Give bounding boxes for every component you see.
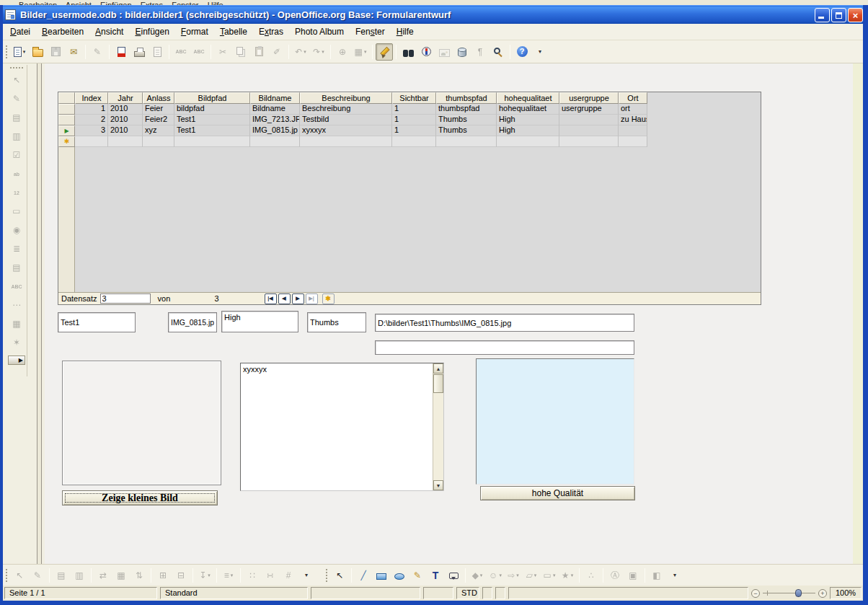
open-button[interactable] [29, 43, 46, 61]
last-record-button[interactable]: ▶| [306, 293, 318, 304]
cell-jahr[interactable]: 2010 [108, 125, 143, 136]
menu-photo-album[interactable]: Photo Album [289, 25, 350, 39]
undo-button[interactable]: ↶▾ [292, 43, 309, 61]
cell-bildname[interactable]: Bildname [250, 104, 300, 115]
cell-sichtbar[interactable]: 1 [392, 104, 436, 115]
cell-bildpfad[interactable]: bildpfad [174, 104, 250, 115]
menu-ansicht[interactable]: Ansicht [89, 25, 129, 39]
list-box-button[interactable]: ≣ [8, 240, 25, 257]
cell-bildpfad[interactable]: Test1 [174, 115, 250, 125]
anchor-dropdown-icon[interactable]: ▾ [208, 573, 211, 578]
email-document-button[interactable]: ✉ [65, 43, 82, 61]
status-zoom-value[interactable]: 100% [830, 587, 862, 599]
cell-usergruppe[interactable] [559, 136, 619, 147]
extrusion-button[interactable]: ◧ [648, 567, 665, 584]
close-button[interactable]: × [848, 8, 863, 22]
menu-einfuegen[interactable]: Einfügen [129, 25, 174, 39]
snap-to-grid-button[interactable]: ∺ [262, 567, 279, 584]
toolbar-options-button[interactable]: ▾ [666, 567, 683, 584]
extra-field[interactable] [375, 340, 634, 355]
text-button[interactable]: T [427, 567, 444, 584]
toolbar-options-button[interactable]: ▾ [298, 567, 315, 584]
help-button[interactable]: ? [513, 43, 531, 61]
fontwork-button[interactable]: Ⓐ [606, 567, 624, 584]
redo-button[interactable]: ↷▾ [310, 43, 327, 61]
zoom-in-icon[interactable]: + [818, 589, 827, 598]
data-sources-button[interactable] [453, 43, 471, 61]
menu-bearbeiten[interactable]: Bearbeiten [36, 25, 89, 39]
gallery-button[interactable] [435, 43, 453, 61]
symbol-shapes-button[interactable]: ☺▾ [487, 567, 504, 584]
toolbar-grip[interactable] [5, 45, 9, 59]
find-replace-button[interactable] [399, 43, 417, 61]
column-header-index[interactable]: Index [75, 92, 108, 104]
table-control-button[interactable]: ▦ [112, 567, 130, 584]
zoom-slider[interactable]: − + [751, 587, 827, 599]
bildpfad-field[interactable] [58, 312, 136, 332]
toolbar-overflow-button[interactable]: ▶ [8, 356, 25, 365]
line-button[interactable]: ╱ [355, 567, 372, 584]
cell-hohequalitaet[interactable]: High [497, 125, 559, 136]
cell-anlass[interactable]: xyz [143, 125, 174, 136]
flowchart-button[interactable]: ▱▾ [523, 567, 540, 584]
show-draw-functions-button[interactable] [376, 43, 393, 61]
cell-thumbspfad[interactable]: Thumbs [436, 115, 497, 125]
cell-hohequalitaet[interactable]: High [497, 115, 559, 125]
zoom-button[interactable] [490, 43, 507, 61]
cell-bildname[interactable]: IMG_7213.JF [250, 115, 300, 125]
fullpath-field[interactable] [375, 314, 634, 332]
wizards-button[interactable]: ✶ [8, 334, 25, 351]
cell-jahr[interactable]: 2010 [108, 104, 143, 115]
new-record-icon[interactable]: ✱ [58, 136, 75, 147]
form-navigator-button[interactable]: ⊞ [154, 567, 172, 584]
toolbar-grip[interactable] [9, 66, 24, 70]
toolbar-grip[interactable] [5, 568, 9, 583]
points-button[interactable]: ∴ [583, 567, 600, 584]
helplines-while-moving-button[interactable]: # [280, 567, 297, 584]
format-paintbrush-button[interactable]: ✐ [268, 43, 285, 61]
new-document-button[interactable]: ▾ [11, 43, 28, 61]
first-record-button[interactable]: |◀ [265, 293, 277, 304]
next-record-button[interactable]: ▶ [292, 293, 304, 304]
column-header-thumbspfad[interactable]: thumbspfad [436, 92, 497, 104]
cell-sichtbar[interactable] [392, 136, 436, 147]
block-arrows-button[interactable]: ⇨▾ [505, 567, 522, 584]
cell-beschreibung[interactable] [300, 136, 392, 147]
column-header-bildname[interactable]: Bildname [250, 92, 300, 104]
scroll-up-icon[interactable]: ▲ [433, 363, 443, 374]
formatted-field-button[interactable]: 12 [8, 184, 25, 201]
cell-hohequalitaet[interactable]: hohequalitaet [497, 104, 559, 115]
current-record-icon[interactable]: ▶ [58, 125, 75, 136]
alignment-dropdown-icon[interactable]: ▾ [231, 573, 234, 578]
basic-shapes-dropdown-icon[interactable]: ▾ [480, 573, 483, 578]
form-properties-button[interactable]: ▥ [8, 128, 25, 145]
export-pdf-button[interactable] [112, 43, 130, 61]
menu-tabelle[interactable]: Tabelle [214, 25, 253, 39]
cell-bildname[interactable]: IMG_0815.jp [250, 125, 300, 136]
text-box-button[interactable]: ab [8, 165, 25, 182]
check-box-button[interactable]: ☑ [8, 146, 25, 164]
zoom-out-icon[interactable]: − [751, 589, 760, 598]
basic-shapes-button[interactable]: ◆▾ [469, 567, 486, 584]
cell-bildpfad[interactable] [174, 136, 250, 147]
paste-button[interactable] [250, 43, 267, 61]
cell-sichtbar[interactable]: 1 [392, 125, 436, 136]
minimize-button[interactable] [815, 8, 830, 22]
more-controls-button[interactable]: ⋯ [8, 296, 25, 314]
label-field-button[interactable]: ABC [8, 278, 25, 295]
cell-ort[interactable] [619, 136, 647, 147]
callouts-button[interactable] [445, 567, 462, 584]
cell-beschreibung[interactable]: xyxxyx [300, 125, 392, 136]
callout-shapes-button[interactable]: ▭▾ [541, 567, 558, 584]
control-properties-button[interactable]: ▤ [53, 567, 70, 584]
form-properties-button[interactable]: ▥ [71, 567, 88, 584]
select-button[interactable]: ↖ [11, 567, 28, 584]
stars-button[interactable]: ★▾ [559, 567, 576, 584]
cell-ort[interactable] [619, 125, 647, 136]
cell-jahr[interactable] [108, 136, 143, 147]
add-field-button[interactable]: ⊟ [172, 567, 190, 584]
symbol-shapes-dropdown-icon[interactable]: ▾ [499, 573, 502, 578]
column-header-jahr[interactable]: Jahr [108, 92, 143, 104]
zoom-thumb[interactable] [795, 589, 802, 597]
high-quality-button[interactable]: hohe Qualität [480, 486, 635, 500]
